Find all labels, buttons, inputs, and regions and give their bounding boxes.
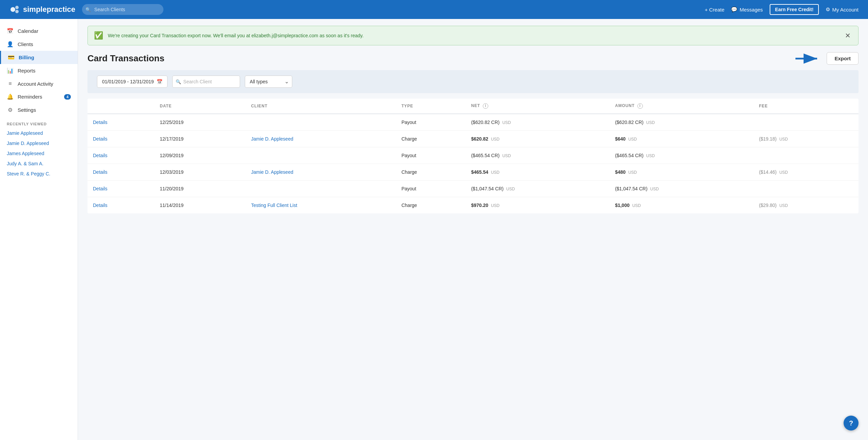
client-search-wrapper xyxy=(172,76,240,88)
page-title: Card Transactions xyxy=(87,53,164,64)
account-activity-icon: ≡ xyxy=(7,81,14,87)
transactions-table-container: DATE CLIENT TYPE NET i AMOUNT i FEE Deta… xyxy=(87,99,859,213)
sidebar: 📅 Calendar 👤 Clients 💳 Billing 📊 Reports… xyxy=(0,19,78,440)
row-amount: $640 USD xyxy=(610,131,753,147)
row-amount: $480 USD xyxy=(610,164,753,181)
row-details-link[interactable]: Details xyxy=(87,114,154,131)
row-fee: ($19.18) USD xyxy=(753,131,859,147)
success-icon: ✅ xyxy=(94,31,103,40)
messages-icon: 💬 xyxy=(731,6,737,13)
row-net: ($465.54 CR) USD xyxy=(466,147,609,164)
notification-banner: ✅ We're creating your Card Transaction e… xyxy=(87,26,859,45)
table-row: Details 12/03/2019 Jamie D. Appleseed Ch… xyxy=(87,164,859,181)
row-date: 12/09/2019 xyxy=(154,147,245,164)
main-content: ✅ We're creating your Card Transaction e… xyxy=(78,19,868,440)
row-details-link[interactable]: Details xyxy=(87,147,154,164)
help-button[interactable]: ? xyxy=(844,416,859,431)
row-date: 11/14/2019 xyxy=(154,197,245,214)
table-header: DATE CLIENT TYPE NET i AMOUNT i FEE xyxy=(87,99,859,114)
sidebar-label-reports: Reports xyxy=(18,68,36,74)
global-search-wrapper xyxy=(82,4,163,15)
row-details-link[interactable]: Details xyxy=(87,181,154,197)
date-range-value: 01/01/2019 - 12/31/2019 xyxy=(102,79,154,84)
messages-button[interactable]: 💬 Messages xyxy=(731,6,763,13)
row-type: Payout xyxy=(396,147,466,164)
col-date: DATE xyxy=(154,99,245,114)
sidebar-item-reports[interactable]: 📊 Reports xyxy=(0,64,78,77)
notification-close-button[interactable]: ✕ xyxy=(844,31,852,40)
table-row: Details 11/20/2019 Payout ($1,047.54 CR)… xyxy=(87,181,859,197)
reports-icon: 📊 xyxy=(7,67,14,74)
row-date: 12/17/2019 xyxy=(154,131,245,147)
row-date: 12/25/2019 xyxy=(154,114,245,131)
create-button[interactable]: + Create xyxy=(705,7,725,13)
billing-icon: 💳 xyxy=(8,54,15,61)
row-amount: ($465.54 CR) USD xyxy=(610,147,753,164)
reminders-badge: 4 xyxy=(64,94,71,100)
table-body: Details 12/25/2019 Payout ($620.82 CR) U… xyxy=(87,114,859,213)
export-button[interactable]: Export xyxy=(827,52,859,65)
row-type: Charge xyxy=(396,197,466,214)
net-info-icon[interactable]: i xyxy=(483,103,488,109)
table-row: Details 12/17/2019 Jamie D. Appleseed Ch… xyxy=(87,131,859,147)
filters-bar: 01/01/2019 - 12/31/2019 📅 All types Char… xyxy=(87,70,859,93)
col-type: TYPE xyxy=(396,99,466,114)
sidebar-item-reminders[interactable]: 🔔 Reminders 4 xyxy=(0,90,78,103)
row-client xyxy=(245,181,396,197)
row-amount: ($1,047.54 CR) USD xyxy=(610,181,753,197)
row-client[interactable]: Jamie D. Appleseed xyxy=(245,131,396,147)
export-arrow xyxy=(794,53,821,65)
col-action xyxy=(87,99,154,114)
notification-text: We're creating your Card Transaction exp… xyxy=(108,33,839,38)
row-net: $465.54 USD xyxy=(466,164,609,181)
row-client xyxy=(245,114,396,131)
col-client: CLIENT xyxy=(245,99,396,114)
sidebar-item-billing[interactable]: 💳 Billing xyxy=(0,51,78,64)
row-client[interactable]: Jamie D. Appleseed xyxy=(245,164,396,181)
col-net: NET i xyxy=(466,99,609,114)
row-amount: $1,000 USD xyxy=(610,197,753,214)
page-header: Card Transactions Export xyxy=(78,45,868,70)
global-search-input[interactable] xyxy=(82,4,163,15)
gear-icon: ⚙ xyxy=(826,6,830,13)
earn-credit-button[interactable]: Earn Free Credit! xyxy=(770,4,819,15)
sidebar-label-billing: Billing xyxy=(19,55,34,60)
row-fee: ($29.80) USD xyxy=(753,197,859,214)
row-details-link[interactable]: Details xyxy=(87,131,154,147)
my-account-button[interactable]: ⚙ My Account xyxy=(826,6,859,13)
sidebar-item-calendar[interactable]: 📅 Calendar xyxy=(0,24,78,38)
row-amount: ($620.82 CR) USD xyxy=(610,114,753,131)
recent-item-jamie-appleseed[interactable]: Jamie Appleseed xyxy=(0,128,78,138)
row-type: Charge xyxy=(396,164,466,181)
top-navigation: simplepractice + Create 💬 Messages Earn … xyxy=(0,0,868,19)
date-range-filter[interactable]: 01/01/2019 - 12/31/2019 📅 xyxy=(97,76,167,88)
row-client xyxy=(245,147,396,164)
sidebar-label-calendar: Calendar xyxy=(18,28,38,34)
client-search-input[interactable] xyxy=(172,76,240,88)
row-net: ($1,047.54 CR) USD xyxy=(466,181,609,197)
sidebar-item-settings[interactable]: ⚙ Settings xyxy=(0,103,78,117)
type-select[interactable]: All types Charge Payout xyxy=(245,76,292,88)
app-name: simplepractice xyxy=(23,5,75,14)
sidebar-item-account-activity[interactable]: ≡ Account Activity xyxy=(0,77,78,90)
row-details-link[interactable]: Details xyxy=(87,164,154,181)
recent-item-jamie-d-appleseed[interactable]: Jamie D. Appleseed xyxy=(0,138,78,148)
table-row: Details 12/25/2019 Payout ($620.82 CR) U… xyxy=(87,114,859,131)
row-client[interactable]: Testing Full Client List xyxy=(245,197,396,214)
clients-icon: 👤 xyxy=(7,41,14,47)
sidebar-item-clients[interactable]: 👤 Clients xyxy=(0,38,78,51)
amount-info-icon[interactable]: i xyxy=(637,103,643,109)
recently-viewed-label: RECENTLY VIEWED xyxy=(0,117,78,128)
row-date: 11/20/2019 xyxy=(154,181,245,197)
app-logo[interactable]: simplepractice xyxy=(9,4,75,15)
table-row: Details 11/14/2019 Testing Full Client L… xyxy=(87,197,859,214)
recent-item-steve-peggy[interactable]: Steve R. & Peggy C. xyxy=(0,169,78,179)
row-fee xyxy=(753,114,859,131)
recent-item-judy-sam[interactable]: Judy A. & Sam A. xyxy=(0,159,78,169)
col-fee: FEE xyxy=(753,99,859,114)
calendar-icon: 📅 xyxy=(157,79,162,84)
table-row: Details 12/09/2019 Payout ($465.54 CR) U… xyxy=(87,147,859,164)
recent-item-james-appleseed[interactable]: James Appleseed xyxy=(0,148,78,159)
row-details-link[interactable]: Details xyxy=(87,197,154,214)
settings-icon: ⚙ xyxy=(7,107,14,113)
